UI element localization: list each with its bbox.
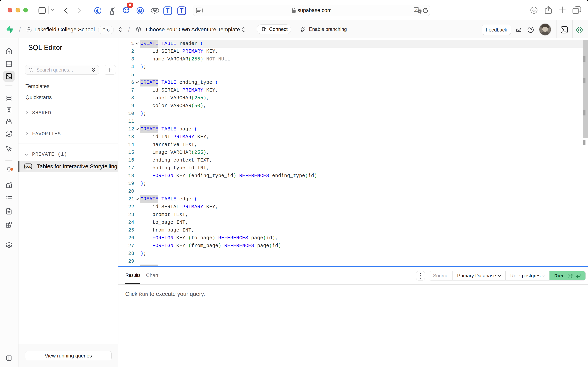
svg-text:SQL: SQL (25, 165, 31, 168)
svg-text:x: x (419, 10, 420, 13)
svg-text:A: A (415, 8, 418, 11)
